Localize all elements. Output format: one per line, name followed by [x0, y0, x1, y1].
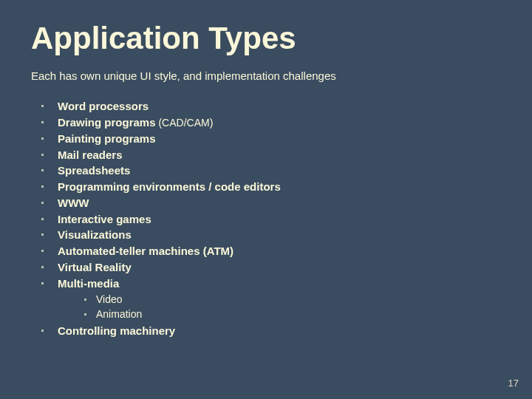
slide-title: Application Types — [31, 21, 501, 56]
list-item: Spreadsheets — [37, 163, 501, 179]
list-item: Automated-teller machines (ATM) — [37, 243, 501, 259]
list-item: Interactive games — [37, 211, 501, 228]
slide-subtitle: Each has own unique UI style, and implem… — [31, 69, 501, 82]
list-item-text: WWW — [58, 197, 89, 209]
list-item: Visualizations — [37, 227, 501, 243]
sub-list-item: Video — [80, 293, 501, 307]
list-item: Multi-mediaVideoAnimation — [37, 276, 501, 322]
list-item: WWW — [37, 195, 501, 211]
list-item-text: Visualizations — [58, 228, 132, 241]
list-item-text: Controlling machinery — [58, 324, 175, 337]
bullet-list: Word processorsDrawing programs (CAD/CAM… — [31, 98, 501, 339]
list-item-text: Drawing programs — [58, 116, 156, 129]
slide: Application Types Each has own unique UI… — [0, 0, 532, 399]
list-item-text: Automated-teller machines (ATM) — [58, 245, 233, 257]
list-item: Painting programs — [37, 131, 501, 147]
list-item-text: Virtual Reality — [58, 261, 132, 273]
list-item-text: Interactive games — [58, 213, 151, 225]
list-item: Mail readers — [37, 147, 501, 163]
list-item-text: Multi-media — [58, 277, 119, 290]
list-item-text: Programming environments / code editors — [58, 180, 281, 193]
list-item: Programming environments / code editors — [37, 179, 501, 195]
list-item-text: Spreadsheets — [58, 164, 130, 177]
list-item-text: Word processors — [58, 100, 149, 112]
list-item: Word processors — [37, 98, 501, 115]
list-item-text: Mail readers — [58, 149, 123, 161]
list-item: Virtual Reality — [37, 259, 501, 276]
list-item-text: Painting programs — [58, 132, 156, 145]
page-number: 17 — [508, 378, 519, 389]
sub-list-item: Animation — [80, 307, 501, 322]
list-item-annotation: (CAD/CAM) — [156, 117, 214, 129]
sub-bullet-list: VideoAnimation — [58, 293, 501, 321]
list-item: Controlling machinery — [37, 323, 501, 339]
list-item: Drawing programs (CAD/CAM) — [37, 115, 501, 131]
